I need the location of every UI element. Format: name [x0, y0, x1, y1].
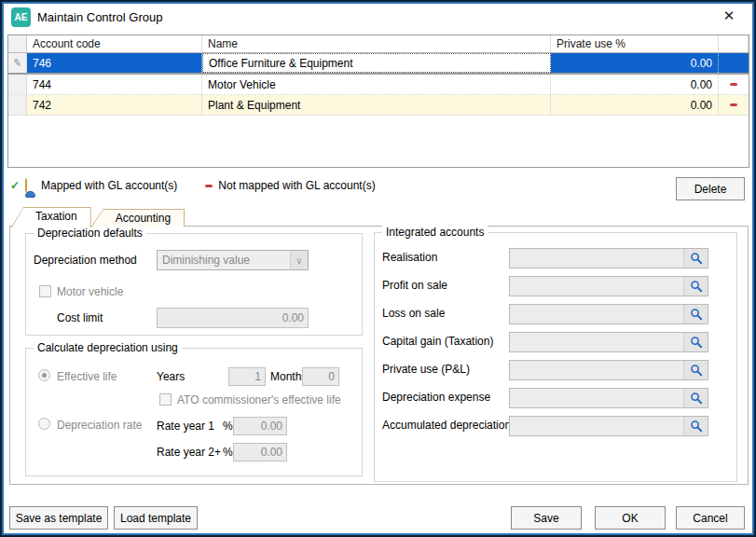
rate-year1-label: Rate year 1: [157, 420, 214, 433]
grid-header-selector: [8, 35, 27, 52]
row-selector: [8, 95, 27, 115]
integrated-account-field: [509, 304, 708, 324]
tab-accounting[interactable]: Accounting: [91, 209, 185, 227]
integrated-account-label: Loss on sale: [382, 307, 445, 320]
rate-year2-input: [233, 443, 287, 461]
group-label: Depreciation defaults: [34, 227, 146, 240]
delete-button[interactable]: Delete: [676, 177, 745, 200]
private-use-cell[interactable]: 0.00: [551, 95, 719, 115]
cost-limit-label: Cost limit: [57, 311, 103, 324]
account-lookup-input: [510, 249, 683, 268]
search-icon[interactable]: [683, 305, 708, 324]
grid-header-name: Name: [202, 35, 551, 52]
integrated-account-field: [509, 248, 708, 268]
effective-life-radio: [38, 369, 50, 381]
calculate-depreciation-group: Calculate depreciation using Effective l…: [25, 348, 363, 476]
status-cell: [719, 53, 749, 73]
depreciation-rate-radio: [38, 418, 50, 430]
load-template-button[interactable]: Load template: [114, 506, 198, 530]
mapped-check-icon: ✓: [10, 179, 20, 192]
table-row[interactable]: 744 Motor Vehicle 0.00: [8, 75, 749, 95]
private-use-cell[interactable]: 0.00: [551, 53, 719, 73]
tab-taxation[interactable]: Taxation: [11, 207, 91, 227]
status-cell: [719, 95, 749, 115]
integrated-account-label: Capital gain (Taxation): [382, 335, 493, 348]
account-lookup-input: [510, 305, 683, 324]
maintain-control-group-dialog: AE Maintain Control Group ✕ Account code…: [0, 0, 756, 537]
group-label: Calculate depreciation using: [34, 341, 182, 354]
ae-app-icon: AE: [11, 7, 31, 27]
account-lookup-input: [510, 333, 683, 351]
edit-pencil-icon: ✎: [12, 56, 22, 69]
depreciation-rate-label: Depreciation rate: [57, 419, 142, 432]
cost-limit-input: [157, 308, 309, 328]
rate-year1-pct: %: [223, 420, 233, 433]
group-label: Integrated accounts: [382, 226, 488, 239]
depreciation-defaults-group: Depreciation defaults Depreciation metho…: [25, 233, 363, 336]
status-cell: [719, 75, 749, 94]
account-lookup-input: [510, 277, 683, 296]
save-button[interactable]: Save: [511, 506, 582, 530]
control-group-grid: Account code Name Private use % ✎ 746 Of…: [7, 34, 749, 168]
account-lookup-input: [510, 417, 683, 435]
effective-life-label: Effective life: [57, 370, 117, 383]
grid-header-row: Account code Name Private use %: [8, 35, 749, 53]
table-row[interactable]: ✎ 746 Office Furniture & Equipment 0.00: [8, 53, 749, 75]
search-icon[interactable]: [683, 249, 708, 268]
close-icon[interactable]: ✕: [721, 7, 737, 24]
months-input: [302, 367, 339, 386]
integrated-account-field: [509, 276, 708, 296]
private-use-cell[interactable]: 0.00: [551, 75, 719, 94]
integrated-account-label: Accumulated depreciation: [382, 419, 511, 432]
not-mapped-legend-label: Not mapped with GL account(s): [218, 179, 375, 192]
name-cell[interactable]: Motor Vehicle: [202, 75, 551, 94]
integrated-account-field: [509, 360, 708, 380]
rate-year2-label: Rate year 2+: [157, 446, 221, 459]
motor-vehicle-label: Motor vehicle: [57, 285, 123, 298]
row-selector: [8, 75, 27, 94]
mapping-legend: ✓ Mapped with GL account(s) Not mapped w…: [10, 179, 376, 192]
years-label: Years: [157, 370, 185, 383]
account-lookup-input: [510, 389, 683, 407]
integrated-account-label: Depreciation expense: [382, 391, 490, 404]
ato-effective-life-label: ATO commissioner's effective life: [177, 393, 341, 406]
ato-effective-life-checkbox: [159, 393, 172, 406]
chevron-down-icon: ∨: [290, 251, 308, 269]
account-code-cell[interactable]: 744: [27, 75, 202, 94]
ok-button[interactable]: OK: [595, 506, 666, 530]
title-bar: AE Maintain Control Group ✕: [6, 6, 750, 32]
account-lookup-input: [510, 361, 683, 379]
integrated-accounts-group: Integrated accounts RealisationProfit on…: [374, 232, 737, 482]
taxation-tab-panel: Depreciation defaults Depreciation metho…: [9, 226, 749, 485]
years-input: [228, 367, 266, 386]
search-icon[interactable]: [683, 389, 708, 407]
grid-empty-area: [8, 116, 749, 167]
integrated-account-label: Private use (P&L): [382, 363, 470, 376]
search-icon[interactable]: [683, 333, 708, 351]
not-mapped-icon: [205, 185, 213, 187]
not-mapped-icon: [730, 83, 737, 86]
account-code-cell[interactable]: 746: [27, 53, 202, 73]
not-mapped-icon: [730, 103, 737, 106]
search-icon[interactable]: [683, 417, 708, 435]
cancel-button[interactable]: Cancel: [676, 506, 745, 530]
row-selector: ✎: [8, 53, 27, 73]
grid-header-status: [719, 35, 749, 52]
account-code-cell[interactable]: 742: [27, 95, 202, 115]
integrated-account-label: Realisation: [382, 251, 437, 264]
gl-account-person-icon: [25, 179, 35, 192]
search-icon[interactable]: [683, 277, 708, 296]
grid-header-private-use: Private use %: [551, 35, 719, 52]
depreciation-method-dropdown: Diminishing value ∨: [157, 250, 309, 270]
name-cell-editing[interactable]: Office Furniture & Equipment: [202, 53, 551, 73]
table-row[interactable]: 742 Plant & Equipment 0.00: [8, 95, 749, 116]
save-as-template-button[interactable]: Save as template: [9, 506, 108, 530]
search-icon[interactable]: [683, 361, 708, 379]
integrated-account-field: [509, 416, 708, 436]
dropdown-value: Diminishing value: [158, 254, 290, 267]
integrated-account-field: [509, 332, 708, 352]
name-cell[interactable]: Plant & Equipment: [202, 95, 551, 115]
rate-year1-input: [233, 417, 287, 435]
depreciation-method-label: Depreciation method: [34, 254, 137, 267]
window-title: Maintain Control Group: [37, 10, 162, 24]
